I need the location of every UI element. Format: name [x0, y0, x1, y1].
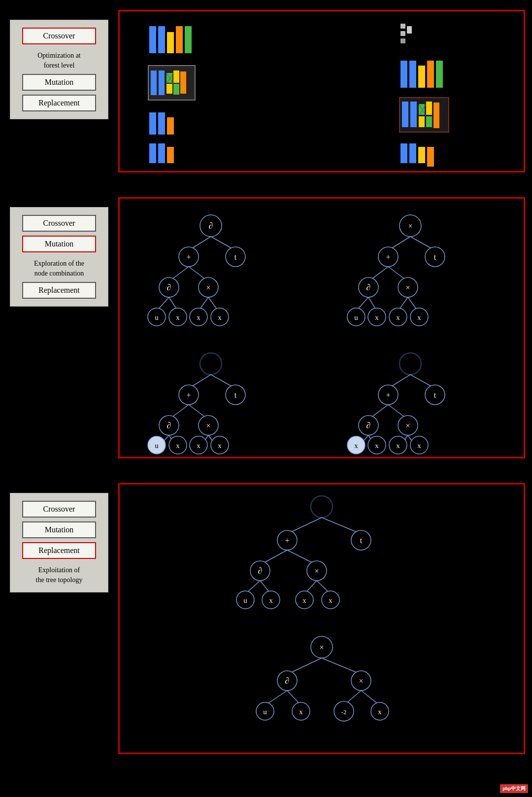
- section-mutation: Crossover Mutation Exploration of thenod…: [0, 192, 532, 463]
- svg-text:x: x: [176, 442, 180, 450]
- svg-rect-2: [167, 32, 174, 53]
- right-panel-replacement: + t ∂ × u x x: [118, 483, 525, 754]
- op-mutation-1: Mutation: [22, 74, 96, 91]
- op-crossover-3: Crossover: [22, 501, 96, 518]
- svg-rect-4: [185, 26, 192, 53]
- desc-replacement: Exploitation ofthe tree topology: [36, 565, 83, 585]
- svg-rect-21: [400, 24, 405, 29]
- svg-text:u: u: [243, 596, 247, 604]
- svg-text:∂: ∂: [167, 420, 171, 430]
- svg-text:×: ×: [314, 567, 319, 575]
- svg-text:∂: ∂: [167, 282, 171, 292]
- svg-text:x: x: [299, 708, 303, 716]
- svg-text:x: x: [218, 442, 222, 450]
- svg-rect-41: [409, 143, 416, 163]
- svg-rect-15: [149, 112, 156, 135]
- svg-text:x: x: [378, 708, 382, 716]
- op-crossover-2: Crossover: [22, 215, 96, 232]
- svg-rect-25: [400, 61, 407, 88]
- svg-rect-1: [158, 26, 165, 53]
- svg-text:x: x: [417, 313, 421, 321]
- svg-rect-28: [427, 61, 434, 88]
- svg-text:×: ×: [359, 677, 363, 685]
- svg-text:∂: ∂: [366, 282, 371, 292]
- svg-rect-29: [436, 61, 443, 88]
- svg-text:x: x: [354, 442, 358, 450]
- svg-text:∂: ∂: [258, 566, 263, 576]
- svg-rect-35: [426, 102, 432, 115]
- svg-rect-19: [158, 143, 165, 163]
- svg-text:×: ×: [206, 283, 210, 292]
- svg-text:u: u: [155, 313, 159, 321]
- svg-text:x: x: [197, 442, 200, 450]
- op-replacement-2: Replacement: [22, 282, 96, 299]
- desc-crossover: Optimization atforest level: [37, 51, 80, 70]
- svg-rect-7: [159, 70, 165, 95]
- watermark: php中文网: [500, 784, 528, 793]
- svg-text:u: u: [155, 442, 159, 450]
- svg-rect-0: [149, 26, 156, 53]
- svg-text:t: t: [234, 253, 237, 261]
- svg-rect-36: [426, 116, 432, 127]
- svg-text:∂: ∂: [209, 221, 213, 231]
- op-replacement-3: Replacement: [22, 542, 96, 559]
- svg-rect-3: [176, 26, 183, 53]
- svg-point-121: [399, 353, 421, 375]
- op-mutation-2: Mutation: [22, 236, 96, 252]
- svg-rect-23: [400, 38, 405, 43]
- svg-text:x: x: [302, 596, 306, 604]
- svg-text:t: t: [360, 536, 363, 545]
- svg-text:+: +: [285, 536, 289, 545]
- right-panel-mutation: ∂ + t ∂ × u: [118, 197, 525, 458]
- svg-text:×: ×: [206, 421, 210, 430]
- svg-text:x: x: [218, 313, 222, 321]
- svg-rect-24: [407, 26, 412, 34]
- op-mutation-3: Mutation: [22, 521, 96, 538]
- svg-point-96: [200, 353, 222, 375]
- svg-rect-40: [400, 143, 407, 163]
- op-replacement-1: Replacement: [22, 95, 96, 111]
- svg-rect-16: [158, 112, 165, 135]
- svg-rect-18: [149, 143, 156, 163]
- svg-text:×: ×: [405, 283, 410, 292]
- svg-text:x: x: [329, 596, 332, 604]
- svg-rect-31: [402, 102, 408, 127]
- svg-text:∂: ∂: [285, 676, 290, 686]
- svg-text:×: ×: [408, 222, 412, 230]
- svg-text:+: +: [386, 253, 390, 261]
- svg-rect-43: [427, 147, 434, 167]
- svg-rect-10: [173, 70, 179, 83]
- svg-text:t: t: [434, 391, 436, 399]
- svg-text:×: ×: [319, 643, 324, 652]
- svg-text:x: x: [197, 313, 200, 321]
- svg-rect-6: [151, 70, 157, 95]
- left-panel-mutation: Crossover Mutation Exploration of thenod…: [10, 207, 108, 307]
- left-panel-replacement: Crossover Mutation Replacement Exploitat…: [10, 493, 108, 592]
- desc-mutation: Exploration of thenode combination: [34, 259, 84, 278]
- svg-rect-20: [167, 147, 174, 163]
- svg-rect-32: [410, 102, 417, 127]
- main-container: Crossover Optimization atforest level Mu…: [0, 0, 532, 779]
- svg-rect-22: [400, 31, 405, 36]
- right-panel-crossover: [118, 10, 525, 173]
- svg-text:+: +: [186, 253, 191, 261]
- svg-point-146: [311, 496, 332, 518]
- svg-text:u: u: [263, 708, 267, 716]
- svg-text:+: +: [186, 391, 191, 399]
- svg-rect-26: [409, 61, 416, 88]
- section-crossover: Crossover Optimization atforest level Mu…: [0, 5, 532, 177]
- svg-text:x: x: [269, 596, 273, 604]
- svg-text:+: +: [386, 391, 390, 399]
- svg-rect-42: [418, 147, 425, 163]
- svg-text:t: t: [434, 253, 436, 261]
- svg-rect-27: [418, 66, 425, 88]
- svg-rect-17: [167, 117, 174, 135]
- section-replacement: Crossover Mutation Replacement Exploitat…: [0, 478, 532, 759]
- svg-text:x: x: [375, 313, 379, 321]
- svg-text:-2: -2: [341, 708, 347, 716]
- left-panel-crossover: Crossover Optimization atforest level Mu…: [10, 20, 108, 119]
- svg-text:x: x: [417, 442, 421, 450]
- op-crossover: Crossover: [22, 28, 96, 44]
- svg-line-148: [322, 518, 361, 534]
- svg-line-147: [287, 518, 322, 534]
